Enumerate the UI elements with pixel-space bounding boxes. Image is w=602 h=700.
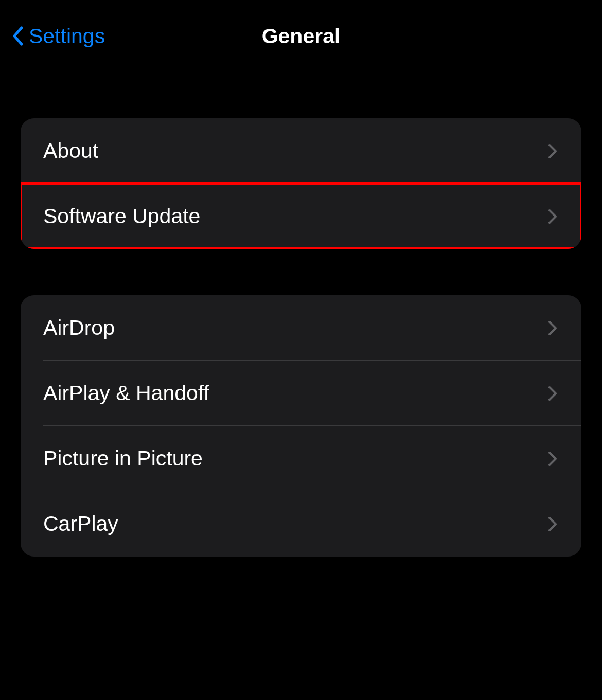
row-label: About — [43, 139, 546, 163]
settings-group-connectivity: AirDrop AirPlay & Handoff Picture in Pic… — [21, 295, 581, 557]
row-about[interactable]: About — [21, 118, 581, 184]
chevron-right-icon — [546, 514, 559, 534]
row-label: AirPlay & Handoff — [43, 381, 546, 405]
settings-group-system: About Software Update — [21, 118, 581, 249]
row-airdrop[interactable]: AirDrop — [21, 295, 581, 361]
chevron-right-icon — [546, 449, 559, 469]
row-label: AirDrop — [43, 316, 546, 340]
chevron-right-icon — [546, 318, 559, 338]
row-picture-in-picture[interactable]: Picture in Picture — [21, 426, 581, 491]
row-label: CarPlay — [43, 512, 546, 536]
navigation-bar: Settings General — [0, 0, 602, 72]
row-airplay-handoff[interactable]: AirPlay & Handoff — [21, 361, 581, 426]
chevron-right-icon — [546, 141, 559, 161]
row-label: Software Update — [43, 204, 546, 228]
back-label: Settings — [29, 24, 105, 48]
back-button[interactable]: Settings — [10, 24, 105, 48]
row-label: Picture in Picture — [43, 446, 546, 471]
chevron-left-icon — [10, 25, 25, 47]
chevron-right-icon — [546, 207, 559, 226]
settings-content: About Software Update AirDrop AirPlay & … — [0, 72, 602, 557]
row-carplay[interactable]: CarPlay — [21, 491, 581, 557]
page-title: General — [262, 24, 341, 48]
chevron-right-icon — [546, 384, 559, 403]
row-software-update[interactable]: Software Update — [21, 184, 581, 249]
